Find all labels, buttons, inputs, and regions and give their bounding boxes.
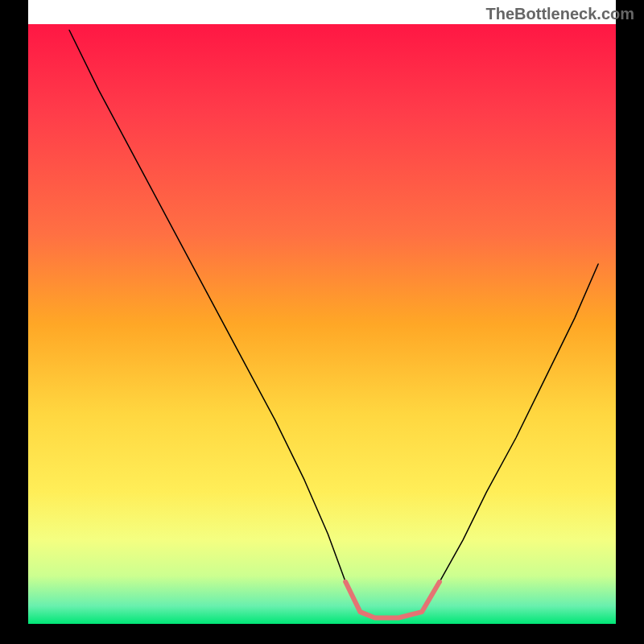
frame-right — [616, 0, 644, 644]
plot-background — [28, 24, 616, 624]
bottleneck-chart — [0, 0, 644, 644]
chart-container: TheBottleneck.com — [0, 0, 644, 644]
frame-bottom — [0, 624, 644, 644]
watermark-text: TheBottleneck.com — [486, 5, 634, 23]
frame-left — [0, 0, 28, 644]
